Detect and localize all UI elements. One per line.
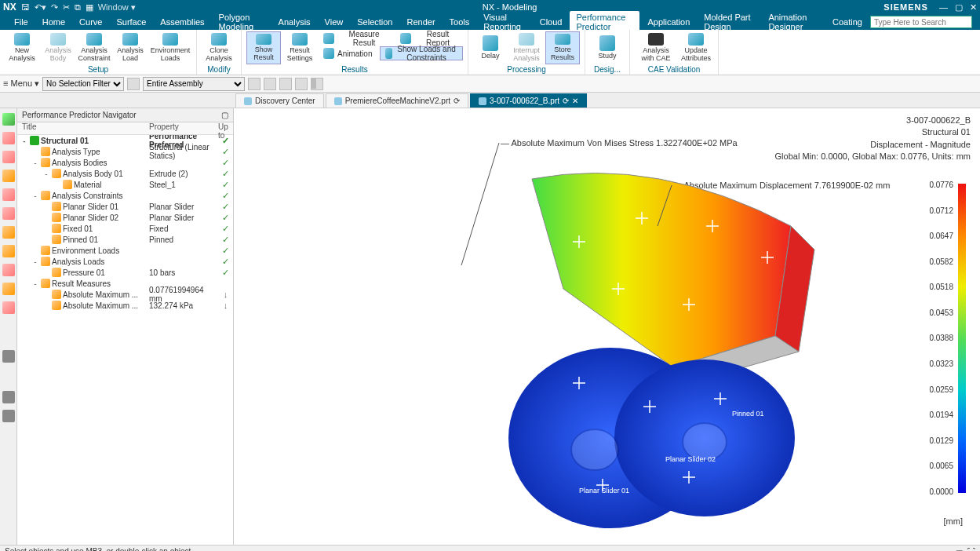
show-result-button[interactable]: Show Result — [246, 31, 281, 64]
menu-animation-designer[interactable]: Animation Designer — [762, 11, 825, 33]
filter-icon[interactable] — [127, 78, 140, 90]
expand-icon[interactable]: - — [31, 279, 39, 288]
expand-icon[interactable]: - — [20, 137, 28, 145]
update-attributes-button[interactable]: Update Attributes — [679, 31, 713, 64]
assembly-filter-dropdown[interactable]: Entire Assembly — [143, 77, 245, 91]
maximize-icon[interactable]: ▢ — [955, 2, 963, 12]
new-analysis-button[interactable]: New Analysis — [5, 31, 39, 64]
panel-close-icon[interactable]: ▢ — [221, 111, 228, 119]
menu-home[interactable]: Home — [36, 16, 71, 28]
search-input[interactable] — [870, 16, 972, 28]
tree-row[interactable]: -Analysis Loads✓ — [17, 256, 233, 267]
tree-row[interactable]: Planar Slider 02Planar Slider✓ — [17, 212, 233, 223]
tool-icon[interactable] — [315, 78, 316, 89]
doc-tab-coffee[interactable]: PremiereCoffeeMachineV2.prt⟳ — [326, 93, 468, 108]
interrupt-analysis-button[interactable]: Interrupt Analysis — [509, 31, 544, 64]
menu-assemblies[interactable]: Assemblies — [154, 16, 210, 28]
sidebar-icon[interactable] — [2, 301, 15, 314]
sidebar-icon[interactable] — [2, 283, 15, 295]
sidebar-icon[interactable] — [2, 226, 15, 239]
tree-row[interactable]: Environment Loads✓ — [17, 245, 233, 256]
sidebar-icon[interactable] — [2, 188, 15, 201]
redo-icon[interactable]: ↷ — [51, 2, 58, 13]
tree-row[interactable]: Absolute Maximum ...0.07761994964 mm↓ — [17, 289, 233, 300]
sidebar-icon[interactable] — [2, 170, 15, 182]
menu-dropdown[interactable]: ≡ Menu ▾ — [3, 78, 39, 89]
doc-tab-part[interactable]: 3-007-000622_B.prt⟳✕ — [470, 93, 587, 108]
animation-button[interactable]: Animation — [322, 46, 373, 60]
result-settings-button[interactable]: Result Settings — [282, 31, 317, 64]
clone-analysis-button[interactable]: Clone Analysis — [202, 31, 236, 64]
analysis-constraint-button[interactable]: Analysis Constraint — [77, 31, 111, 64]
environment-loads-button[interactable]: Environment Loads — [149, 31, 191, 64]
menu-render[interactable]: Render — [401, 16, 442, 28]
status-icon[interactable]: ▭ — [956, 547, 963, 551]
analysis-body-button[interactable]: Analysis Body — [41, 31, 75, 64]
sidebar-icon[interactable] — [2, 391, 15, 403]
sidebar-icon[interactable] — [2, 132, 15, 144]
show-loads-constraints-button[interactable]: Show Loads and Constraints — [380, 46, 463, 60]
status-icon[interactable]: ⛶ — [967, 547, 975, 551]
tree-row[interactable]: Absolute Maximum ...132.274 kPa↓ — [17, 300, 233, 311]
measure-result-button[interactable]: Measure Result — [322, 31, 392, 46]
tree-row[interactable]: Planar Slider 01Planar Slider✓ — [17, 201, 233, 212]
col-header-property[interactable]: Property — [149, 122, 218, 134]
study-button[interactable]: Study — [590, 31, 625, 64]
menu-surface[interactable]: Surface — [110, 16, 152, 28]
search-box[interactable] — [870, 16, 972, 28]
navigator-tree[interactable]: -Structural 01Performance Preferred✓Anal… — [17, 135, 233, 545]
tree-row[interactable]: -Analysis Body 01Extrude (2)✓ — [17, 168, 233, 179]
menu-analysis[interactable]: Analysis — [272, 16, 317, 28]
tool-icon[interactable] — [311, 78, 323, 90]
selection-filter-dropdown[interactable]: No Selection Filter — [42, 77, 124, 91]
node-status-icon: ✓ — [218, 224, 233, 234]
store-results-button[interactable]: Store Results — [545, 31, 580, 64]
undo-icon[interactable]: ↶▾ — [35, 2, 46, 13]
grid-icon[interactable]: ▦ — [86, 2, 93, 13]
copy-icon[interactable]: ⧉ — [75, 2, 81, 13]
sidebar-icon[interactable] — [2, 207, 15, 220]
expand-icon[interactable]: - — [31, 192, 39, 200]
tool-icon[interactable] — [279, 78, 292, 90]
sidebar-icon[interactable] — [2, 151, 15, 163]
tree-row[interactable]: Analysis TypeStructural (Linear Statics)… — [17, 146, 233, 157]
close-icon[interactable]: ✕ — [970, 2, 977, 12]
sidebar-icon[interactable] — [2, 245, 15, 257]
tool-icon[interactable] — [248, 78, 260, 90]
expand-icon[interactable]: - — [42, 170, 50, 178]
tree-row[interactable]: Pressure 0110 bars✓ — [17, 267, 233, 278]
menu-application[interactable]: Application — [641, 16, 696, 28]
tool-icon[interactable] — [295, 78, 308, 90]
menu-tools[interactable]: Tools — [443, 16, 476, 28]
expand-icon[interactable]: - — [31, 159, 39, 167]
tab-close-icon[interactable]: ✕ — [572, 97, 578, 105]
tree-row[interactable]: -Analysis Constraints✓ — [17, 190, 233, 201]
minimize-icon[interactable]: — — [939, 2, 948, 12]
menu-cloud[interactable]: Cloud — [534, 16, 569, 28]
menu-curve[interactable]: Curve — [73, 16, 108, 28]
analysis-load-button[interactable]: Analysis Load — [113, 31, 148, 64]
result-report-button[interactable]: Result Report — [399, 31, 463, 46]
cut-icon[interactable]: ✂ — [63, 2, 70, 13]
sidebar-icon[interactable] — [2, 113, 15, 126]
col-header-upto[interactable]: Up to — [218, 122, 233, 134]
sidebar-icon[interactable] — [2, 350, 15, 363]
menu-file[interactable]: File — [8, 16, 35, 28]
doc-tab-discovery[interactable]: Discovery Center — [235, 93, 324, 108]
window-menu[interactable]: Window ▾ — [98, 2, 136, 13]
tool-icon[interactable] — [264, 78, 276, 90]
save-icon[interactable]: 🖫 — [21, 2, 30, 12]
3d-viewport[interactable]: 3-007-000622_B Structural 01 Displacemen… — [234, 108, 980, 545]
menu-view[interactable]: View — [319, 16, 350, 28]
sidebar-icon[interactable] — [2, 264, 15, 276]
menu-coating[interactable]: Coating — [826, 16, 869, 28]
tree-row[interactable]: Fixed 01Fixed✓ — [17, 223, 233, 234]
tree-row[interactable]: MaterialSteel_1✓ — [17, 179, 233, 190]
tree-row[interactable]: Pinned 01Pinned✓ — [17, 234, 233, 245]
col-header-title[interactable]: Title — [17, 122, 149, 134]
expand-icon[interactable]: - — [31, 257, 39, 266]
analysis-with-cae-button[interactable]: Analysis with CAE — [635, 31, 677, 64]
menu-selection[interactable]: Selection — [351, 16, 399, 28]
sidebar-icon[interactable] — [2, 410, 15, 422]
delay-button[interactable]: Delay — [473, 31, 508, 64]
